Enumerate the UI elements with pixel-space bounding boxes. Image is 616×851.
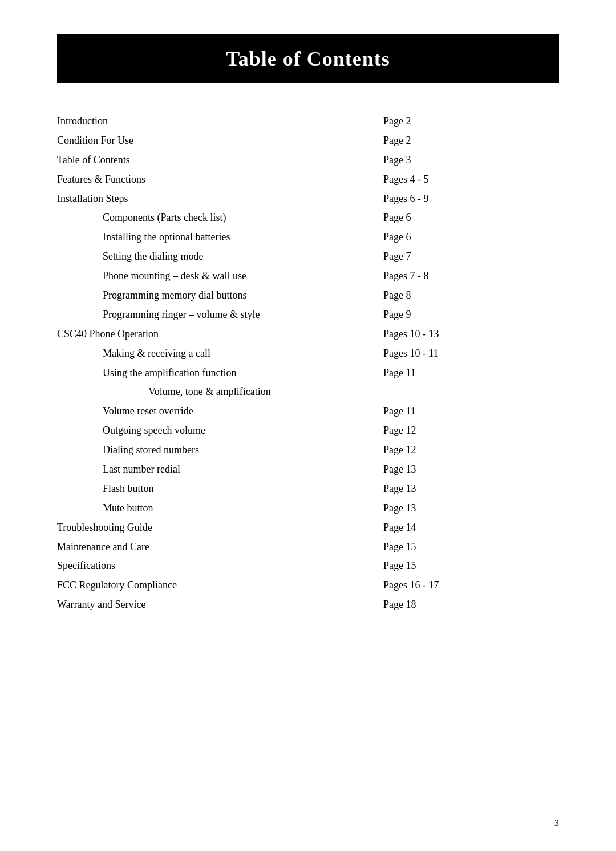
toc-entry-page: Page 12 [383,421,559,441]
toc-row: Volume, tone & amplification [57,382,559,402]
toc-row: Condition For UsePage 2 [57,131,559,151]
toc-entry-page: Page 18 [383,595,559,615]
toc-table: IntroductionPage 2Condition For UsePage … [57,112,559,615]
toc-entry-label: Making & receiving a call [57,344,383,364]
toc-entry-page: Pages 6 - 9 [383,189,559,209]
toc-row: Maintenance and CarePage 15 [57,538,559,557]
toc-entry-label: Table of Contents [57,151,383,170]
toc-row: Troubleshooting GuidePage 14 [57,518,559,538]
toc-entry-page: Page 9 [383,305,559,325]
toc-entry-page: Page 15 [383,538,559,557]
toc-entry-page: Page 11 [383,364,559,383]
toc-row: Installing the optional batteriesPage 6 [57,228,559,247]
toc-entry-page: Page 11 [383,402,559,421]
toc-entry-label: CSC40 Phone Operation [57,325,383,344]
toc-entry-page: Page 3 [383,151,559,170]
toc-entry-page [383,382,559,402]
toc-entry-label: Condition For Use [57,131,383,151]
toc-entry-label: Programming ringer – volume & style [57,305,383,325]
toc-entry-page: Pages 16 - 17 [383,576,559,595]
toc-entry-label: Troubleshooting Guide [57,518,383,538]
toc-row: Installation StepsPages 6 - 9 [57,189,559,209]
toc-entry-page: Page 12 [383,441,559,460]
toc-entry-label: Volume reset override [57,402,383,421]
toc-entry-page: Page 13 [383,499,559,518]
toc-entry-page: Pages 4 - 5 [383,170,559,189]
toc-entry-label: Installation Steps [57,189,383,209]
toc-entry-page: Page 13 [383,479,559,499]
toc-entry-label: Flash button [57,479,383,499]
toc-row: Features & FunctionsPages 4 - 5 [57,170,559,189]
toc-entry-label: FCC Regulatory Compliance [57,576,383,595]
toc-row: Programming ringer – volume & stylePage … [57,305,559,325]
toc-row: SpecificationsPage 15 [57,556,559,576]
toc-row: Warranty and ServicePage 18 [57,595,559,615]
toc-entry-label: Volume, tone & amplification [57,382,383,402]
toc-entry-page: Pages 7 - 8 [383,267,559,286]
toc-row: Outgoing speech volumePage 12 [57,421,559,441]
toc-row: Making & receiving a callPages 10 - 11 [57,344,559,364]
page-title: Table of Contents [68,47,548,71]
toc-entry-page: Page 13 [383,460,559,479]
toc-entry-page: Page 8 [383,286,559,305]
toc-entry-page: Page 14 [383,518,559,538]
toc-row: Programming memory dial buttonsPage 8 [57,286,559,305]
toc-entry-page: Page 2 [383,131,559,151]
page-number: 3 [554,818,559,828]
toc-row: FCC Regulatory CompliancePages 16 - 17 [57,576,559,595]
toc-entry-page: Page 7 [383,247,559,267]
toc-row: Mute buttonPage 13 [57,499,559,518]
toc-entry-label: Setting the dialing mode [57,247,383,267]
toc-entry-page: Page 6 [383,228,559,247]
toc-entry-label: Phone mounting – desk & wall use [57,267,383,286]
toc-row: Components (Parts check list)Page 6 [57,208,559,228]
toc-entry-label: Components (Parts check list) [57,208,383,228]
toc-row: Last number redialPage 13 [57,460,559,479]
toc-row: Dialing stored numbersPage 12 [57,441,559,460]
toc-row: Using the amplification functionPage 11 [57,364,559,383]
toc-entry-label: Dialing stored numbers [57,441,383,460]
toc-row: Flash buttonPage 13 [57,479,559,499]
toc-entry-label: Specifications [57,556,383,576]
toc-entry-label: Introduction [57,112,383,131]
toc-entry-page: Page 2 [383,112,559,131]
toc-entry-label: Features & Functions [57,170,383,189]
toc-entry-page: Pages 10 - 11 [383,344,559,364]
page: Table of Contents IntroductionPage 2Cond… [0,0,616,851]
title-bar: Table of Contents [57,34,559,83]
toc-entry-label: Outgoing speech volume [57,421,383,441]
toc-entry-label: Last number redial [57,460,383,479]
toc-entry-label: Maintenance and Care [57,538,383,557]
toc-entry-page: Page 6 [383,208,559,228]
toc-entry-label: Mute button [57,499,383,518]
toc-entry-label: Installing the optional batteries [57,228,383,247]
toc-row: Table of ContentsPage 3 [57,151,559,170]
toc-entry-label: Warranty and Service [57,595,383,615]
toc-row: IntroductionPage 2 [57,112,559,131]
toc-entry-page: Page 15 [383,556,559,576]
toc-entry-label: Using the amplification function [57,364,383,383]
toc-row: Volume reset overridePage 11 [57,402,559,421]
toc-row: CSC40 Phone OperationPages 10 - 13 [57,325,559,344]
toc-entry-page: Pages 10 - 13 [383,325,559,344]
toc-row: Setting the dialing modePage 7 [57,247,559,267]
toc-row: Phone mounting – desk & wall usePages 7 … [57,267,559,286]
toc-entry-label: Programming memory dial buttons [57,286,383,305]
